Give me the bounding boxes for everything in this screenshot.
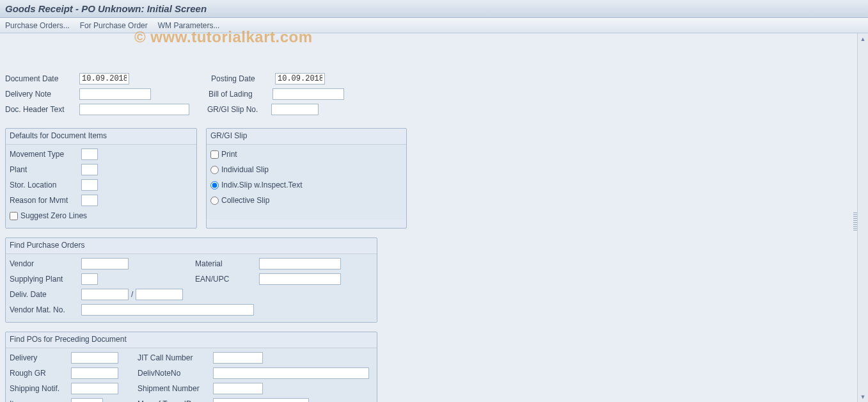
deliv-note-no-field[interactable] <box>213 367 369 379</box>
posting-date-label: Posting Date <box>211 74 275 83</box>
doc-header-text-label: Doc. Header Text <box>5 105 79 114</box>
mns-of-trans-id-field[interactable] <box>213 398 309 402</box>
indiv-slip-inspect-label: Indiv.Slip w.Inspect.Text <box>221 181 303 189</box>
date-separator: / <box>129 290 136 299</box>
jit-call-number-field[interactable] <box>213 352 263 364</box>
menu-for-purchase-order[interactable]: For Purchase Order <box>80 21 148 30</box>
suggest-zero-lines-checkbox[interactable] <box>10 212 18 220</box>
page-title: Goods Receipt - PO Unknown: Initial Scre… <box>5 3 207 14</box>
gr-gi-slip-panel-title: GR/GI Slip <box>207 129 406 144</box>
rough-gr-label: Rough GR <box>10 369 71 378</box>
defaults-panel: Defaults for Document Items Movement Typ… <box>5 128 197 229</box>
shipment-number-field[interactable] <box>213 383 263 394</box>
document-date-label: Document Date <box>5 74 79 83</box>
delivery-label: Delivery <box>10 353 71 362</box>
find-pos-preceding-panel: Find POs for Preceding Document Delivery… <box>5 332 377 402</box>
delivery-field[interactable] <box>71 352 118 364</box>
movement-type-field[interactable] <box>81 149 98 160</box>
supplying-plant-label: Supplying Plant <box>10 275 81 284</box>
individual-slip-label: Individual Slip <box>221 165 269 174</box>
storage-location-label: Stor. Location <box>10 181 81 189</box>
deliv-date-to-field[interactable] <box>136 289 183 300</box>
material-field[interactable] <box>259 258 341 269</box>
find-pos-preceding-title: Find POs for Preceding Document <box>6 332 377 348</box>
deliv-note-no-label: DelivNoteNo <box>138 369 213 378</box>
menu-purchase-orders[interactable]: Purchase Orders... <box>5 21 70 30</box>
print-checkbox[interactable] <box>210 150 219 159</box>
main-content: Document Date Posting Date Delivery Note… <box>0 33 868 402</box>
delivery-note-field[interactable] <box>79 88 151 100</box>
movement-type-label: Movement Type <box>10 150 81 159</box>
vendor-field[interactable] <box>81 258 129 269</box>
mns-of-trans-id-label: Mns of Trans.ID <box>138 399 213 402</box>
shipment-number-label: Shipment Number <box>138 384 213 393</box>
bill-of-lading-label: Bill of Lading <box>209 90 272 99</box>
supplying-plant-field[interactable] <box>81 273 98 285</box>
reason-for-mvmt-field[interactable] <box>81 195 98 206</box>
ean-upc-field[interactable] <box>259 273 341 285</box>
find-po-panel: Find Purchase Orders Vendor Supplying Pl… <box>5 237 377 323</box>
menubar: Purchase Orders... For Purchase Order WM… <box>0 18 868 33</box>
deliv-date-label: Deliv. Date <box>10 290 81 299</box>
suggest-zero-lines-label: Suggest Zero Lines <box>20 211 87 220</box>
collective-slip-radio[interactable] <box>210 197 219 205</box>
material-label: Material <box>195 259 259 268</box>
gr-gi-slip-panel: GR/GI Slip Print Individual Slip Indiv.S… <box>206 128 407 229</box>
posting-date-field[interactable] <box>275 73 325 84</box>
jit-call-number-label: JIT Call Number <box>138 353 213 362</box>
deliv-date-from-field[interactable] <box>81 289 129 300</box>
item-label: Item <box>10 399 71 402</box>
reason-for-mvmt-label: Reason for Mvmt <box>10 196 81 205</box>
shipping-notif-label: Shipping Notif. <box>10 384 71 393</box>
delivery-note-label: Delivery Note <box>5 90 79 99</box>
storage-location-field[interactable] <box>81 179 98 191</box>
ean-upc-label: EAN/UPC <box>195 275 259 284</box>
collective-slip-label: Collective Slip <box>221 196 269 205</box>
plant-label: Plant <box>10 165 81 174</box>
titlebar: Goods Receipt - PO Unknown: Initial Scre… <box>0 0 868 18</box>
item-field[interactable] <box>71 398 103 402</box>
doc-header-text-field[interactable] <box>79 104 189 115</box>
gr-gi-slip-no-field[interactable] <box>271 104 319 115</box>
shipping-notif-field[interactable] <box>71 383 118 394</box>
vendor-mat-no-field[interactable] <box>81 304 254 316</box>
indiv-slip-inspect-radio[interactable] <box>210 181 219 189</box>
defaults-panel-title: Defaults for Document Items <box>6 129 196 144</box>
document-date-field[interactable] <box>79 73 129 84</box>
vendor-mat-no-label: Vendor Mat. No. <box>10 305 81 314</box>
menu-wm-parameters[interactable]: WM Parameters... <box>158 21 220 30</box>
individual-slip-radio[interactable] <box>210 166 219 174</box>
plant-field[interactable] <box>81 164 98 175</box>
gr-gi-slip-no-label: GR/GI Slip No. <box>207 105 271 114</box>
rough-gr-field[interactable] <box>71 367 118 379</box>
vendor-label: Vendor <box>10 259 81 268</box>
print-label: Print <box>221 150 237 159</box>
bill-of-lading-field[interactable] <box>272 88 344 100</box>
find-po-panel-title: Find Purchase Orders <box>6 238 377 253</box>
